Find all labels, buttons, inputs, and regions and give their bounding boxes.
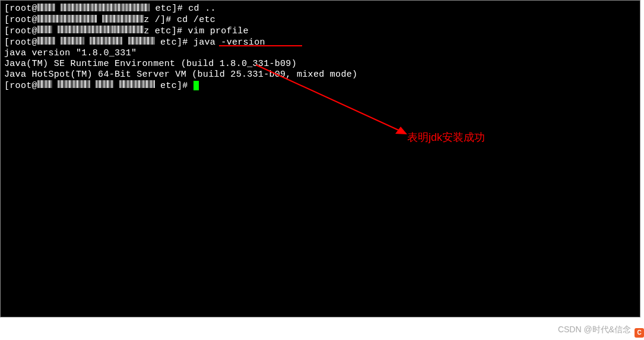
terminal-line: [root@ z /]# cd /etc	[1, 14, 640, 26]
terminal-output: Java(TM) SE Runtime Environment (build 1…	[1, 59, 640, 70]
terminal-line: [root@ z etc]# vim profile	[1, 26, 640, 37]
terminal-window[interactable]: [root@ etc]# cd .. [root@ z /]# cd /etc …	[0, 0, 640, 317]
command-text: etc]# cd ..	[150, 4, 216, 14]
prompt-text: [root@	[4, 37, 37, 48]
prompt-suffix: etc]#	[155, 81, 193, 91]
csdn-logo-icon: C	[635, 328, 644, 338]
watermark-text: CSDN @时代&信念	[558, 325, 631, 335]
prompt-text: [root@	[4, 4, 37, 14]
prompt-text: [root@	[4, 15, 37, 25]
command-text: z /]# cd /etc	[144, 15, 215, 25]
terminal-line: [root@ etc]# java -version	[1, 37, 640, 48]
annotation-label: 表明jdk安装成功	[407, 130, 485, 144]
red-underline-annotation	[219, 45, 302, 46]
prompt-text: [root@	[4, 26, 37, 36]
prompt-text: [root@	[4, 81, 37, 91]
terminal-line: [root@ etc]# cd ..	[1, 1, 640, 14]
command-text: z etc]# vim profile	[144, 26, 249, 36]
terminal-output: java version "1.8.0_331"	[1, 48, 640, 59]
terminal-output: Java HotSpot(TM) 64-Bit Server VM (build…	[1, 70, 640, 80]
svg-marker-1	[395, 127, 407, 134]
terminal-line: [root@ etc]#	[1, 80, 640, 92]
cursor-icon	[193, 81, 199, 90]
